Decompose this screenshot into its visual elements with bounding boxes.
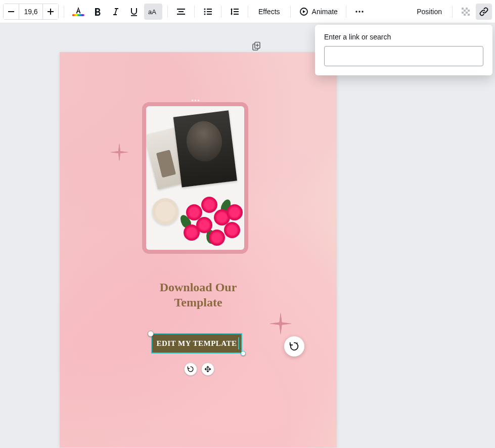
more-icon xyxy=(354,7,365,17)
animate-label: Animate xyxy=(312,8,338,16)
heading-line1: Download Our xyxy=(160,281,237,294)
duplicate-page-button[interactable] xyxy=(250,40,263,53)
svg-rect-0 xyxy=(8,11,14,12)
svg-rect-24 xyxy=(468,10,470,12)
svg-rect-23 xyxy=(464,10,466,12)
animate-icon xyxy=(299,7,309,17)
svg-rect-5 xyxy=(178,11,184,12)
svg-rect-4 xyxy=(177,9,185,10)
divider xyxy=(64,6,64,18)
svg-rect-28 xyxy=(468,14,470,16)
resize-handle-left[interactable] xyxy=(148,331,154,337)
svg-rect-26 xyxy=(466,12,468,14)
italic-icon xyxy=(111,7,121,17)
animate-button[interactable]: Animate xyxy=(296,4,341,20)
rotate-button[interactable] xyxy=(184,363,197,376)
letter-case-button[interactable]: aA xyxy=(144,4,162,20)
transparency-icon xyxy=(461,7,471,17)
divider xyxy=(346,6,346,18)
divider xyxy=(167,6,168,18)
bold-icon xyxy=(93,7,103,17)
svg-point-11 xyxy=(204,13,206,15)
svg-point-9 xyxy=(204,11,206,12)
bullet-list-icon xyxy=(203,7,213,17)
design-page[interactable]: Download Our Template EDIT MY TEMPLATE xyxy=(60,52,337,447)
svg-rect-6 xyxy=(177,14,185,15)
more-button[interactable] xyxy=(351,4,368,20)
svg-rect-2 xyxy=(50,9,51,15)
link-search-input[interactable] xyxy=(324,46,483,66)
svg-point-19 xyxy=(362,11,363,12)
font-size-decrease-button[interactable] xyxy=(4,4,19,19)
svg-rect-10 xyxy=(207,11,212,12)
divider xyxy=(290,6,291,18)
move-button[interactable] xyxy=(201,363,214,376)
letter-case-icon: aA xyxy=(147,7,159,17)
svg-rect-8 xyxy=(207,9,212,10)
rotate-icon xyxy=(187,366,194,373)
spacing-button[interactable] xyxy=(227,4,243,20)
heading-line2: Template xyxy=(174,296,222,309)
font-size-input[interactable] xyxy=(19,4,43,19)
svg-point-18 xyxy=(358,11,360,12)
divider xyxy=(452,6,453,18)
element-floating-controls xyxy=(184,363,214,376)
svg-rect-27 xyxy=(464,14,466,16)
bold-button[interactable] xyxy=(89,4,106,20)
move-icon xyxy=(204,366,211,373)
link-icon xyxy=(479,7,489,17)
canvas-area[interactable]: Download Our Template EDIT MY TEMPLATE + xyxy=(0,23,495,448)
text-color-icon xyxy=(73,6,83,15)
minus-icon xyxy=(8,8,15,15)
position-button[interactable]: Position xyxy=(412,4,447,20)
selected-text-element[interactable]: EDIT MY TEMPLATE xyxy=(151,333,242,353)
link-button[interactable] xyxy=(476,4,492,20)
svg-rect-15 xyxy=(234,14,239,15)
text-toolbar: aA Effects Animate Position xyxy=(0,0,495,23)
svg-rect-25 xyxy=(462,12,464,14)
font-size-stepper xyxy=(3,4,59,20)
svg-rect-12 xyxy=(207,14,212,15)
underline-button[interactable] xyxy=(126,4,142,20)
svg-text:aA: aA xyxy=(148,8,156,16)
svg-text:+: + xyxy=(296,341,298,346)
transparency-button[interactable] xyxy=(458,4,474,20)
underline-icon xyxy=(129,7,139,17)
effects-button[interactable]: Effects xyxy=(253,4,285,20)
divider xyxy=(248,6,248,18)
italic-button[interactable] xyxy=(108,4,124,20)
svg-point-7 xyxy=(204,8,206,10)
refresh-plus-icon: + xyxy=(289,341,300,352)
svg-rect-21 xyxy=(462,8,464,10)
svg-point-17 xyxy=(355,11,357,12)
heading-text[interactable]: Download Our Template xyxy=(60,280,337,310)
sparkle-decoration xyxy=(110,143,128,161)
resize-handle-right[interactable] xyxy=(241,351,246,356)
duplicate-icon xyxy=(251,41,261,52)
text-cursor xyxy=(238,337,239,349)
rainbow-underline-icon xyxy=(72,14,84,16)
divider xyxy=(221,6,221,18)
tablet-photo xyxy=(146,106,244,250)
alignment-button[interactable] xyxy=(173,4,189,20)
plus-icon xyxy=(47,8,54,15)
add-comment-fab[interactable]: + xyxy=(284,336,304,356)
link-popover: Enter a link or search xyxy=(315,25,492,75)
svg-rect-22 xyxy=(466,8,468,10)
svg-rect-13 xyxy=(234,9,239,10)
text-color-button[interactable] xyxy=(69,4,87,20)
divider xyxy=(194,6,195,18)
svg-rect-14 xyxy=(234,11,239,12)
link-popover-label: Enter a link or search xyxy=(324,33,483,41)
font-size-increase-button[interactable] xyxy=(43,4,58,19)
button-text[interactable]: EDIT MY TEMPLATE xyxy=(156,339,237,348)
list-button[interactable] xyxy=(200,4,216,20)
sparkle-decoration xyxy=(269,312,292,335)
line-spacing-icon xyxy=(230,7,240,17)
tablet-mockup[interactable] xyxy=(142,102,248,254)
align-center-icon xyxy=(176,7,186,17)
